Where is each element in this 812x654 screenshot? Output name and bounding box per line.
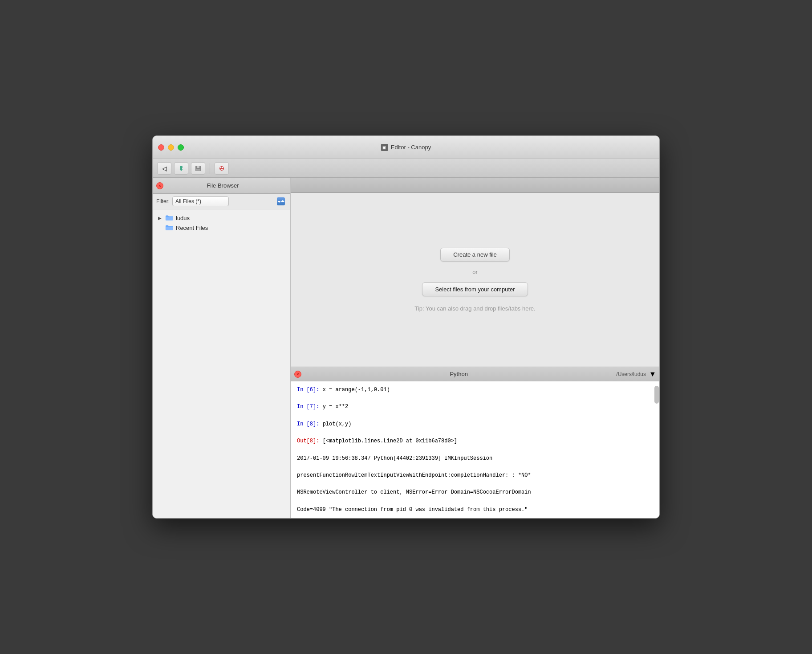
filter-select-wrapper: All Files (*) Python Files (*.py) Text F… — [172, 196, 287, 206]
toolbar: ◁ — [153, 159, 659, 178]
window-title: ▣ Editor - Canopy — [381, 144, 431, 151]
title-bar: ▣ Editor - Canopy — [153, 136, 659, 159]
minimize-window-button[interactable] — [168, 144, 174, 151]
sidebar: × File Browser Filter: All Files (*) Pyt… — [153, 178, 291, 518]
create-new-file-button[interactable]: Create a new file — [440, 248, 510, 262]
tree-item-recent-files[interactable]: ▶ Recent Files — [153, 223, 290, 233]
debug-button[interactable] — [215, 162, 229, 175]
console-line-7: Code=4099 "The connection from pid 0 was… — [297, 506, 653, 514]
console-out-8: Out[8]: [<matplotlib.lines.Line2D at 0x1… — [297, 437, 653, 446]
folder-icon — [165, 214, 174, 221]
sidebar-header: × File Browser — [153, 178, 290, 194]
filter-label: Filter: — [156, 198, 170, 204]
console-line-4: 2017-01-09 19:56:38.347 Python[44402:239… — [297, 454, 653, 463]
save-button[interactable] — [191, 162, 205, 175]
maximize-window-button[interactable] — [178, 144, 184, 151]
console-scrollbar[interactable] — [654, 386, 659, 404]
folder-icon-recent — [165, 224, 174, 231]
python-header: × Python /Users/ludus ▼ — [291, 367, 659, 381]
tree-item-recent-files-label: Recent Files — [176, 225, 208, 231]
select-arrow-icon — [277, 197, 285, 205]
console-line-3: In [8]: plot(x,y) — [297, 420, 653, 429]
svg-point-8 — [222, 167, 223, 168]
python-console[interactable]: In [6]: x = arange(-1,1,0.01) In [7]: y … — [291, 381, 659, 518]
app-window: ▣ Editor - Canopy ◁ — [152, 135, 660, 519]
welcome-panel: Create a new file or Select files from y… — [291, 193, 659, 367]
svg-rect-5 — [196, 169, 200, 171]
python-close-button[interactable]: × — [294, 371, 301, 378]
editor-area: Create a new file or Select files from y… — [291, 178, 659, 518]
download-button[interactable] — [174, 162, 188, 175]
python-panel: × Python /Users/ludus ▼ In [6]: x = aran… — [291, 367, 659, 518]
tip-text: Tip: You can also drag and drop files/ta… — [414, 305, 535, 312]
or-text: or — [472, 269, 478, 275]
console-line-6: NSRemoteViewController to client, NSErro… — [297, 488, 653, 497]
tab-bar — [291, 178, 659, 193]
console-line-2: In [7]: y = x**2 — [297, 403, 653, 411]
python-title: Python — [305, 371, 613, 377]
filter-select[interactable]: All Files (*) Python Files (*.py) Text F… — [172, 196, 229, 206]
console-line-5: presentFunctionRowItemTextInputViewWithE… — [297, 471, 653, 480]
sidebar-title: File Browser — [166, 182, 287, 189]
traffic-lights — [158, 144, 184, 151]
svg-point-7 — [220, 167, 222, 168]
filter-bar: Filter: All Files (*) Python Files (*.py… — [153, 194, 290, 209]
toolbar-separator — [210, 163, 210, 174]
select-files-button[interactable]: Select files from your computer — [422, 282, 528, 296]
file-tree: ▶ ludus ▶ — [153, 209, 290, 518]
svg-marker-2 — [179, 169, 183, 171]
python-path: /Users/ludus — [616, 371, 646, 377]
tree-arrow-icon: ▶ — [156, 214, 163, 221]
back-button[interactable]: ◁ — [157, 162, 171, 175]
tree-item-ludus-label: ludus — [176, 215, 190, 221]
main-content: × File Browser Filter: All Files (*) Pyt… — [153, 178, 659, 518]
console-wrapper: In [6]: x = arange(-1,1,0.01) In [7]: y … — [291, 381, 659, 518]
editor-icon: ▣ — [381, 144, 388, 151]
svg-rect-4 — [197, 166, 199, 168]
python-dropdown-button[interactable]: ▼ — [650, 371, 656, 377]
console-line-1: In [6]: x = arange(-1,1,0.01) — [297, 386, 653, 394]
tree-item-ludus[interactable]: ▶ ludus — [153, 213, 290, 223]
close-window-button[interactable] — [158, 144, 164, 151]
sidebar-close-button[interactable]: × — [156, 182, 163, 189]
